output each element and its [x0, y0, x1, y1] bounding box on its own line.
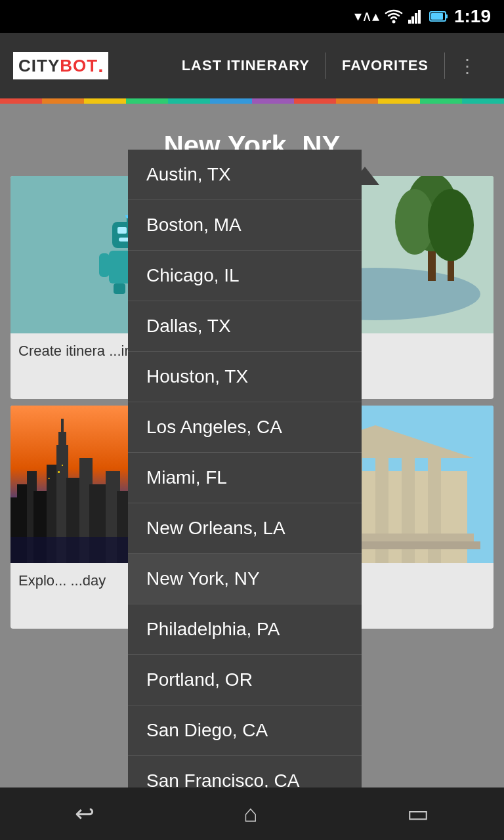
signal-icon [408, 9, 424, 24]
svg-rect-1 [408, 20, 411, 24]
last-itinerary-button[interactable]: LAST ITINERARY [166, 57, 326, 74]
status-icons: ▾∧▴ 1:19 [354, 6, 491, 27]
svg-point-25 [428, 189, 474, 261]
dropdown-item-houston[interactable]: Houston, TX [128, 352, 362, 402]
dropdown-item-sandiego[interactable]: San Diego, CA [128, 705, 362, 756]
dropdown-item-chicago[interactable]: Chicago, IL [128, 251, 362, 301]
app-logo: CITYBOT. [13, 52, 108, 79]
svg-rect-7 [431, 13, 443, 20]
battery-icon [429, 10, 449, 23]
wifi-icon: ▾∧▴ [354, 8, 379, 25]
dropdown-item-miami[interactable]: Miami, FL [128, 453, 362, 503]
bottom-nav: ↩ ⌂ ▭ [0, 788, 504, 840]
dropdown-item-newyork[interactable]: New York, NY [128, 554, 362, 604]
svg-rect-6 [446, 14, 448, 18]
dropdown-item-sanfrancisco[interactable]: San Francisco, CA [128, 756, 362, 788]
rainbow-bar [0, 98, 504, 104]
svg-rect-36 [61, 419, 64, 435]
status-bar: ▾∧▴ 1:19 [0, 0, 504, 33]
city-dropdown-menu[interactable]: Austin, TX Boston, MA Chicago, IL Dallas… [128, 150, 362, 788]
svg-rect-44 [62, 465, 63, 466]
svg-rect-3 [415, 13, 417, 24]
svg-rect-15 [99, 253, 110, 277]
dropdown-item-losangeles[interactable]: Los Angeles, CA [128, 402, 362, 453]
dropdown-item-neworleans[interactable]: New Orleans, LA [128, 503, 362, 554]
dropdown-item-philadelphia[interactable]: Philadelphia, PA [128, 604, 362, 655]
dropdown-item-austin[interactable]: Austin, TX [128, 150, 362, 200]
svg-rect-45 [48, 478, 50, 479]
back-button[interactable]: ↩ [75, 800, 94, 828]
svg-rect-4 [418, 10, 421, 24]
main-content: New York, NY [0, 104, 504, 788]
svg-rect-9 [117, 227, 127, 234]
status-time: 1:19 [454, 6, 491, 27]
app-bar-nav: LAST ITINERARY FAVORITES ⋮ [166, 52, 491, 79]
dropdown-item-dallas[interactable]: Dallas, TX [128, 301, 362, 352]
home-button[interactable]: ⌂ [243, 800, 258, 828]
dropdown-item-boston[interactable]: Boston, MA [128, 200, 362, 251]
more-options-button[interactable]: ⋮ [445, 55, 491, 77]
favorites-button[interactable]: FAVORITES [326, 57, 444, 74]
svg-rect-17 [114, 284, 125, 294]
dropdown-item-portland[interactable]: Portland, OR [128, 655, 362, 705]
svg-point-0 [392, 20, 395, 24]
recents-button[interactable]: ▭ [407, 800, 429, 828]
svg-rect-2 [411, 16, 414, 24]
svg-rect-43 [58, 471, 60, 473]
wifi-icon [385, 9, 403, 24]
app-bar: CITYBOT. LAST ITINERARY FAVORITES ⋮ [0, 33, 504, 98]
